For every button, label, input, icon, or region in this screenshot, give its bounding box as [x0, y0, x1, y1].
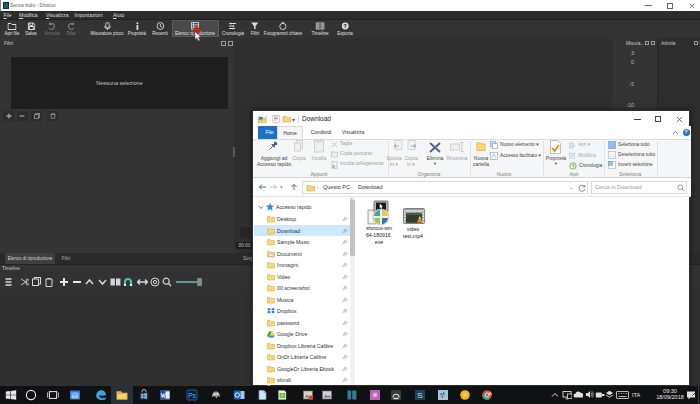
svg-text:S: S	[417, 391, 422, 400]
svg-text:⇪: ⇪	[280, 393, 283, 398]
svg-text:Ps: Ps	[188, 392, 196, 399]
